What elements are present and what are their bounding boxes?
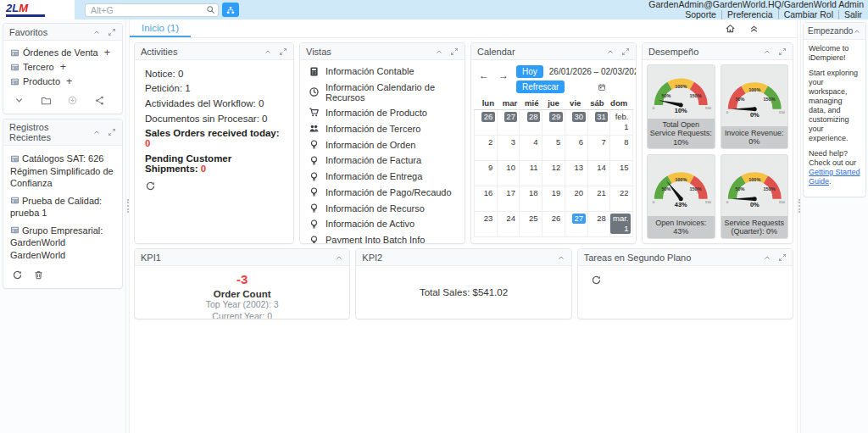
calendar-day[interactable]: 6 — [565, 136, 588, 161]
expand-panel-icon[interactable] — [279, 47, 287, 56]
collapse-panel-icon[interactable] — [92, 28, 101, 36]
collapse-panel-icon[interactable] — [557, 253, 565, 262]
activity-link[interactable]: Petición: 1 — [145, 81, 283, 97]
gauge-invoice-revenue[interactable]: 0 50% 100% 150% 150 0% Invoice Revenue: … — [721, 64, 789, 149]
link-salir[interactable]: Salir — [838, 10, 864, 19]
calendar-day[interactable]: 19 — [542, 186, 565, 212]
gauge-open-invoices[interactable]: 0 50% 100% 150% 150 43% Open Invoices: 4… — [647, 154, 715, 239]
calendar-day[interactable]: 4 — [520, 136, 542, 161]
recent-record-item[interactable]: Catálogos SAT: 626 Régimen Simplificado … — [10, 150, 115, 192]
calendar-day[interactable]: 2 — [475, 136, 498, 161]
calendar-day[interactable]: 22 — [610, 186, 633, 212]
chevron-down-icon[interactable] — [14, 95, 25, 106]
view-item[interactable]: Información de Pago/Recaudo — [307, 184, 458, 200]
calendar-day[interactable]: 13 — [565, 161, 588, 186]
activity-link[interactable]: Documentos sin Procesar: 0 — [145, 111, 283, 126]
calendar-day[interactable]: 10 — [498, 161, 520, 186]
calendar-day[interactable]: 31 — [588, 110, 611, 136]
calendar-day[interactable]: 8 — [610, 136, 633, 161]
collapse-panel-icon[interactable] — [264, 47, 272, 56]
calendar-prev-icon[interactable]: ← — [479, 70, 489, 80]
calendar-day[interactable]: 27 — [498, 110, 520, 136]
collapse-all-icon[interactable] — [748, 23, 760, 34]
link-preferencia[interactable]: Preferencia — [721, 10, 778, 19]
calendar-day[interactable]: 24 — [498, 212, 520, 237]
expand-panel-icon[interactable] — [778, 253, 787, 262]
search-input[interactable] — [85, 3, 219, 17]
favorite-item[interactable]: Tercero+ — [10, 59, 115, 74]
calendar-day[interactable]: 25 — [520, 212, 542, 237]
calendar-day[interactable]: 3 — [498, 136, 520, 161]
folder-icon[interactable] — [41, 95, 52, 106]
refresh-icon[interactable] — [12, 269, 23, 280]
calendar-day[interactable]: 26 — [542, 212, 565, 237]
add-favorite-button[interactable]: + — [66, 76, 72, 86]
recent-record-item[interactable]: Grupo Empresarial: GardenWorld GardenWor… — [10, 222, 115, 264]
calendar-day[interactable]: 29 — [542, 110, 565, 136]
left-splitter[interactable] — [125, 19, 130, 433]
view-item[interactable]: Payment Into Batch Info — [307, 232, 458, 244]
collapse-panel-icon[interactable] — [763, 47, 771, 56]
calendar-day[interactable]: 12 — [542, 161, 565, 186]
add-favorite-button[interactable]: + — [60, 62, 66, 72]
calendar-day[interactable]: 17 — [498, 186, 520, 212]
link-soporte[interactable]: Soporte — [680, 10, 721, 19]
view-item[interactable]: Información de Orden — [307, 136, 458, 153]
refresh-calendar-button[interactable]: Refrescar — [516, 80, 565, 93]
activity-link[interactable]: Pending Customer Shipments: 0 — [145, 151, 283, 176]
today-button[interactable]: Hoy — [516, 65, 543, 78]
search-icon[interactable] — [206, 5, 215, 14]
view-item[interactable]: Información Contable — [307, 64, 458, 80]
getting-started-guide-link[interactable]: Getting Started Guide — [809, 168, 860, 186]
calendar-day[interactable]: 21 — [588, 186, 611, 212]
expand-panel-icon[interactable] — [621, 47, 630, 56]
trash-icon[interactable] — [33, 269, 44, 280]
calendar-day[interactable]: 18 — [520, 186, 542, 212]
calendar-day[interactable]: 15 — [610, 161, 633, 186]
expand-panel-icon[interactable] — [778, 47, 787, 56]
calendar-icon[interactable] — [598, 83, 606, 92]
view-item[interactable]: Información Calendario de Recursos — [307, 80, 458, 105]
collapse-panel-icon[interactable] — [335, 253, 343, 262]
splitter-grip[interactable] — [127, 199, 129, 213]
activity-link[interactable]: Sales Orders received today: 0 — [145, 125, 283, 151]
share-icon[interactable] — [94, 95, 105, 106]
expand-panel-icon[interactable] — [450, 47, 459, 56]
gauge-total-open-service-requests[interactable]: 0 50% 100% 150% 150 10% Total Open Servi… — [647, 64, 715, 149]
expand-panel-icon[interactable] — [108, 28, 116, 36]
favorite-item[interactable]: Producto+ — [10, 74, 115, 88]
right-splitter[interactable] — [797, 19, 801, 433]
calendar-day[interactable]: 20 — [565, 186, 588, 212]
company-logo[interactable]: 2LM — [0, 0, 75, 19]
calendar-day[interactable]: 5 — [542, 136, 565, 161]
calendar-day[interactable]: 14 — [588, 161, 611, 186]
calendar-day[interactable]: feb. 1 — [610, 110, 633, 136]
calendar-day[interactable]: 23 — [475, 212, 498, 237]
calendar-day[interactable]: mar. 1 — [610, 212, 633, 237]
view-item[interactable]: Información de Recurso — [307, 200, 458, 216]
tab-inicio[interactable]: Inicio (1) — [130, 19, 191, 37]
favorite-item[interactable]: Órdenes de Venta+ — [10, 45, 115, 59]
link-cambiar-rol[interactable]: Cambiar Rol — [778, 10, 838, 19]
calendar-next-icon[interactable]: → — [498, 70, 509, 80]
collapse-panel-icon[interactable] — [853, 27, 861, 36]
home-icon[interactable] — [725, 23, 736, 34]
activity-link[interactable]: Notice: 0 — [145, 66, 283, 81]
view-item[interactable]: Información de Tercero — [307, 120, 458, 136]
activity-link[interactable]: Actividades del Workflow: 0 — [145, 96, 283, 111]
menu-tree-button[interactable] — [222, 3, 239, 17]
view-item[interactable]: Información de Activo — [307, 216, 458, 232]
report-icon[interactable] — [67, 95, 78, 106]
calendar-day[interactable]: 26 — [475, 110, 498, 136]
refresh-icon[interactable] — [591, 275, 602, 286]
collapse-panel-icon[interactable] — [606, 47, 615, 56]
collapse-panel-icon[interactable] — [92, 128, 101, 136]
collapse-panel-icon[interactable] — [763, 253, 771, 262]
collapse-panel-icon[interactable] — [435, 47, 443, 56]
recent-record-item[interactable]: Prueba de Calidad: prueba 1 — [10, 192, 115, 222]
add-favorite-button[interactable]: + — [104, 47, 110, 58]
gauge-service-requests-quarter[interactable]: 0 50% 100% 150% 150 0% Service Requests … — [721, 154, 789, 239]
calendar-day[interactable]: 28 — [520, 110, 542, 136]
calendar-day[interactable]: 30 — [565, 110, 588, 136]
calendar-day[interactable]: 27 — [565, 212, 588, 237]
